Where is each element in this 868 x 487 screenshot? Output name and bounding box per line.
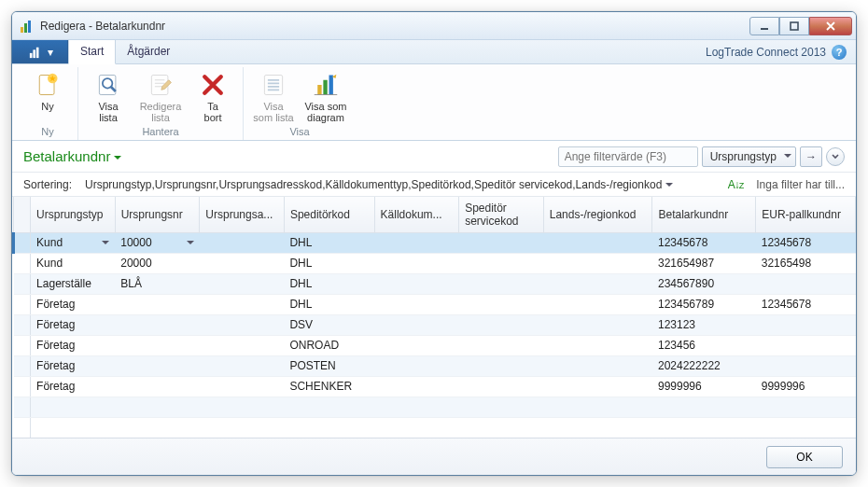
table-row[interactable]: FöretagONROAD123456 (14, 335, 856, 355)
view-list-button[interactable]: Visa lista (84, 67, 133, 124)
row-selector[interactable] (14, 273, 31, 294)
cell[interactable] (543, 232, 652, 253)
row-selector[interactable] (14, 335, 31, 355)
row-selector[interactable] (14, 253, 31, 273)
cell[interactable] (374, 335, 459, 355)
cell[interactable]: Företag (31, 376, 116, 397)
cell[interactable] (115, 376, 200, 397)
maximize-button[interactable] (779, 17, 809, 35)
cell[interactable] (200, 273, 285, 294)
cell[interactable]: Kund (31, 232, 116, 253)
table-row[interactable]: Kund20000DHL32165498732165498 (14, 253, 856, 273)
cell[interactable] (374, 355, 459, 376)
tab-actions[interactable]: Åtgärder (116, 40, 182, 63)
cell[interactable] (374, 273, 459, 294)
cell[interactable]: BLÅ (115, 273, 200, 294)
table-row[interactable]: Kund10000DHL1234567812345678 (14, 232, 856, 253)
cell[interactable]: 10000 (115, 232, 200, 253)
data-grid[interactable]: UrsprungstypUrsprungsnrUrsprungsa...Sped… (12, 197, 856, 438)
column-header[interactable]: Ursprungstyp (31, 197, 116, 232)
table-row[interactable]: LagerställeBLÅDHL234567890 (14, 273, 856, 294)
cell[interactable] (374, 294, 459, 314)
cell[interactable] (543, 294, 652, 314)
delete-button[interactable]: Ta bort (189, 67, 237, 124)
cell[interactable] (200, 376, 285, 397)
cell[interactable]: 12345678 (652, 232, 756, 253)
sort-direction-button[interactable]: A↓Z (728, 178, 744, 191)
cell[interactable] (374, 232, 459, 253)
cell[interactable]: 321654987 (652, 253, 756, 273)
filter-field-combo[interactable]: Ursprungstyp (702, 146, 796, 167)
cell[interactable] (459, 355, 544, 376)
cell[interactable]: 9999996 (756, 376, 856, 397)
cell[interactable] (115, 314, 200, 335)
cell[interactable]: DHL (284, 232, 374, 253)
table-row[interactable]: FöretagSCHENKER99999969999996 (14, 376, 856, 397)
minimize-button[interactable] (749, 17, 779, 35)
cell[interactable]: 12345678 (756, 232, 856, 253)
cell[interactable] (459, 314, 544, 335)
column-header[interactable]: Speditörkod (284, 197, 374, 232)
filter-value-input[interactable] (558, 146, 698, 167)
cell[interactable]: DHL (284, 273, 374, 294)
cell[interactable]: 9999996 (652, 376, 756, 397)
cell[interactable]: Företag (31, 335, 116, 355)
cell[interactable] (543, 273, 652, 294)
row-selector[interactable] (14, 314, 31, 335)
column-header[interactable]: Speditör servicekod (459, 197, 544, 232)
cell[interactable] (200, 335, 285, 355)
table-row[interactable]: FöretagPOSTEN2024222222 (14, 355, 856, 376)
cell[interactable] (756, 355, 856, 376)
cell[interactable]: Kund (31, 253, 116, 273)
tab-start[interactable]: Start (68, 40, 116, 64)
cell[interactable] (374, 253, 459, 273)
column-header[interactable]: EUR-pallkundnr (756, 197, 856, 232)
cell[interactable] (543, 314, 652, 335)
cell[interactable]: Företag (31, 294, 116, 314)
cell[interactable] (115, 294, 200, 314)
cell[interactable] (200, 294, 285, 314)
show-as-chart-button[interactable]: Visa som diagram (301, 67, 350, 124)
cell[interactable] (459, 253, 544, 273)
column-header[interactable]: Ursprungsa... (200, 197, 285, 232)
cell[interactable] (200, 355, 285, 376)
cell[interactable]: 123456789 (652, 294, 756, 314)
cell[interactable] (756, 335, 856, 355)
cell[interactable]: DSV (284, 314, 374, 335)
cell[interactable]: 123123 (652, 314, 756, 335)
view-title-dropdown[interactable]: Betalarkundnr (23, 148, 121, 164)
ok-button[interactable]: OK (766, 446, 843, 468)
cell[interactable] (374, 376, 459, 397)
cell[interactable]: 20000 (115, 253, 200, 273)
close-button[interactable] (809, 17, 852, 35)
cell[interactable] (459, 273, 544, 294)
edit-list-button[interactable]: Redigera lista (136, 67, 185, 124)
table-row[interactable]: FöretagDHL12345678912345678 (14, 294, 856, 314)
cell[interactable] (459, 376, 544, 397)
cell[interactable] (200, 253, 285, 273)
expand-filters-button[interactable] (826, 147, 845, 166)
cell[interactable]: 12345678 (756, 294, 856, 314)
column-header[interactable]: Ursprungsnr (115, 197, 200, 232)
cell[interactable]: SCHENKER (284, 376, 374, 397)
cell[interactable] (200, 314, 285, 335)
cell[interactable]: POSTEN (284, 355, 374, 376)
cell[interactable] (543, 376, 652, 397)
cell[interactable] (543, 335, 652, 355)
table-row[interactable]: FöretagDSV123123 (14, 314, 856, 335)
cell[interactable] (115, 335, 200, 355)
cell[interactable] (459, 335, 544, 355)
cell[interactable]: Företag (31, 355, 116, 376)
cell[interactable]: Lagerställe (31, 273, 116, 294)
cell[interactable]: 32165498 (756, 253, 856, 273)
show-as-list-button[interactable]: Visa som lista (249, 67, 298, 124)
cell[interactable]: 123456 (652, 335, 756, 355)
cell[interactable]: ONROAD (284, 335, 374, 355)
cell[interactable]: DHL (284, 294, 374, 314)
cell[interactable] (756, 314, 856, 335)
cell[interactable] (374, 314, 459, 335)
cell[interactable]: 2024222222 (652, 355, 756, 376)
file-menu-button[interactable]: ▾ (12, 40, 68, 63)
cell[interactable] (543, 253, 652, 273)
new-button[interactable]: Ny (23, 67, 72, 124)
